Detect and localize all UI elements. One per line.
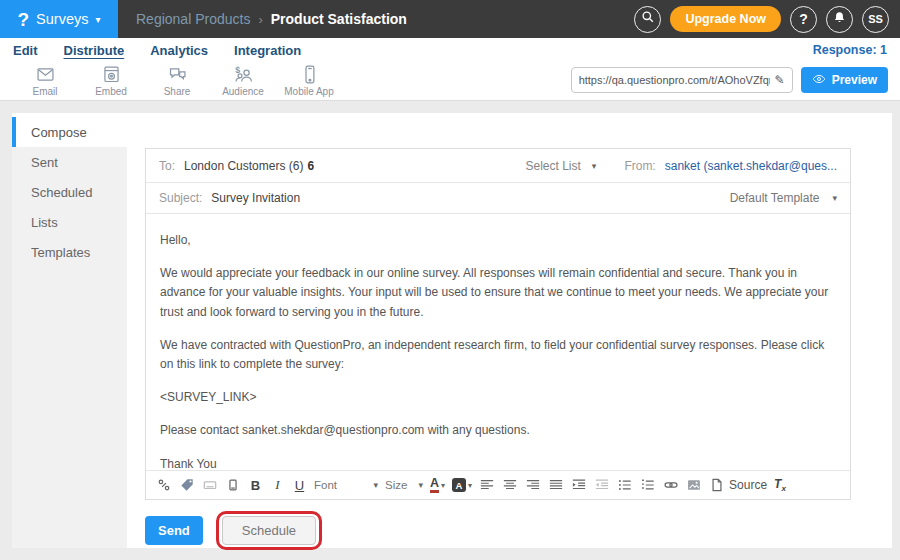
tab-analytics[interactable]: Analytics (150, 43, 208, 58)
breadcrumb-parent[interactable]: Regional Products (136, 11, 250, 27)
survey-url-field[interactable]: https://qa.questionpro.com/t/AOhoVZfqml … (571, 67, 793, 93)
underline-button[interactable]: U (292, 478, 307, 493)
share-chat-icon (167, 64, 188, 85)
email-panel: Compose Sent Scheduled Lists Templates T… (12, 113, 892, 548)
action-buttons: Send Schedule (145, 511, 322, 550)
body-paragraph: Thank You (160, 455, 836, 471)
preview-label: Preview (832, 73, 877, 87)
align-center-icon[interactable] (502, 477, 518, 493)
schedule-button[interactable]: Schedule (222, 516, 316, 545)
size-dropdown[interactable]: Size ▾ (385, 479, 423, 491)
bell-icon (832, 10, 847, 29)
indent-icon[interactable] (571, 477, 587, 493)
upgrade-now-button[interactable]: Upgrade Now (670, 6, 781, 32)
survey-nav: Edit Distribute Analytics Integration Re… (0, 38, 900, 62)
tag-icon[interactable] (179, 477, 195, 493)
chevron-down-icon: ▾ (418, 480, 423, 490)
tab-distribute[interactable]: Distribute (64, 43, 125, 58)
content-area: Compose Sent Scheduled Lists Templates T… (0, 101, 900, 548)
merge-link-icon[interactable] (156, 477, 172, 493)
response-count[interactable]: Response: 1 (813, 43, 887, 57)
header-actions: Upgrade Now ? SS (634, 6, 889, 33)
email-icon (35, 64, 56, 85)
recipient-count[interactable]: 6 (307, 159, 314, 173)
tab-edit[interactable]: Edit (13, 43, 38, 58)
bullet-list-icon[interactable] (617, 477, 633, 493)
channel-mobile-app[interactable]: Mobile App (276, 64, 342, 97)
body-paragraph: We have contracted with QuestionPro, an … (160, 336, 836, 374)
questionpro-logo-icon: ? (17, 10, 29, 29)
send-button[interactable]: Send (145, 516, 203, 545)
chevron-down-icon: ▾ (468, 481, 472, 490)
keyboard-card-icon[interactable] (202, 477, 218, 493)
from-group: From: sanket (sanket.shekdar@ques... (624, 159, 837, 173)
chevron-down-icon: ▾ (373, 480, 378, 490)
source-doc-icon (709, 477, 725, 493)
embed-icon (101, 64, 122, 85)
tab-integration[interactable]: Integration (234, 43, 301, 58)
breadcrumb-current: Product Satisfaction (271, 11, 407, 27)
select-list-dropdown[interactable]: Select List ▾ (525, 159, 596, 173)
widget-box-icon[interactable] (225, 477, 241, 493)
search-button[interactable] (634, 6, 661, 33)
eye-icon (812, 72, 826, 89)
mobile-phone-icon (299, 64, 320, 85)
to-value[interactable]: London Customers (6) (184, 159, 303, 173)
edit-url-pencil-icon[interactable]: ✎ (775, 73, 785, 87)
notifications-button[interactable] (826, 6, 853, 33)
email-body-editor[interactable]: Hello, We would appreciate your feedback… (146, 214, 850, 470)
align-right-icon[interactable] (525, 477, 541, 493)
italic-button[interactable]: I (270, 477, 285, 493)
from-label: From: (624, 159, 655, 173)
surveys-menu-label: Surveys (36, 11, 88, 27)
breadcrumb-separator-icon: › (258, 12, 262, 27)
to-label: To: (159, 159, 175, 173)
chevron-down-icon: ▾ (441, 481, 445, 490)
chevron-down-icon: ▾ (95, 14, 100, 25)
schedule-highlight-ring: Schedule (216, 511, 322, 550)
insert-link-icon[interactable] (663, 477, 679, 493)
breadcrumb: Regional Products › Product Satisfaction (136, 11, 407, 27)
template-dropdown[interactable]: Default Template ▾ (730, 191, 837, 205)
distribute-channel-bar: Email Embed Share $ Audience Mobile App … (0, 62, 900, 101)
outdent-icon[interactable] (594, 477, 610, 493)
bold-button[interactable]: B (248, 478, 263, 493)
channel-share[interactable]: Share (144, 64, 210, 97)
help-icon: ? (799, 11, 808, 27)
preview-button[interactable]: Preview (801, 67, 888, 93)
source-button[interactable]: Source (709, 477, 767, 493)
sidebar-item-scheduled[interactable]: Scheduled (12, 177, 127, 207)
channel-embed[interactable]: Embed (78, 64, 144, 97)
insert-image-icon[interactable] (686, 477, 702, 493)
align-left-icon[interactable] (479, 477, 495, 493)
audience-icon: $ (233, 64, 254, 85)
compose-email-card: To: London Customers (6) 6 Select List ▾… (145, 148, 851, 500)
user-avatar[interactable]: SS (862, 6, 889, 33)
help-button[interactable]: ? (790, 6, 817, 33)
chevron-down-icon: ▾ (592, 161, 597, 171)
remove-format-button[interactable]: Tx (774, 477, 786, 493)
font-dropdown[interactable]: Font ▾ (314, 479, 378, 491)
body-paragraph: We would appreciate your feedback in our… (160, 264, 836, 322)
channel-email[interactable]: Email (12, 64, 78, 97)
chevron-down-icon: ▾ (832, 193, 837, 203)
from-value[interactable]: sanket (sanket.shekdar@ques... (665, 159, 837, 173)
background-color-button[interactable]: A ▾ (452, 478, 472, 492)
surveys-menu[interactable]: ? Surveys ▾ (0, 0, 118, 38)
top-header-bar: ? Surveys ▾ Regional Products › Product … (0, 0, 900, 38)
channel-audience[interactable]: $ Audience (210, 64, 276, 97)
sidebar-item-lists[interactable]: Lists (12, 207, 127, 237)
avatar-initials: SS (868, 13, 883, 25)
subject-label: Subject: (159, 191, 202, 205)
compose-sidebar: Sent Scheduled Lists Templates (12, 147, 127, 548)
align-justify-icon[interactable] (548, 477, 564, 493)
body-paragraph: <SURVEY_LINK> (160, 388, 836, 407)
numbered-list-icon[interactable] (640, 477, 656, 493)
text-color-button[interactable]: A ▾ (430, 477, 445, 493)
subject-value[interactable]: Survey Invitation (211, 191, 300, 205)
sidebar-item-templates[interactable]: Templates (12, 237, 127, 267)
survey-url: https://qa.questionpro.com/t/AOhoVZfqml (579, 74, 770, 86)
sidebar-item-sent[interactable]: Sent (12, 147, 127, 177)
search-icon (640, 9, 656, 29)
sidebar-item-compose[interactable]: Compose (12, 117, 127, 147)
